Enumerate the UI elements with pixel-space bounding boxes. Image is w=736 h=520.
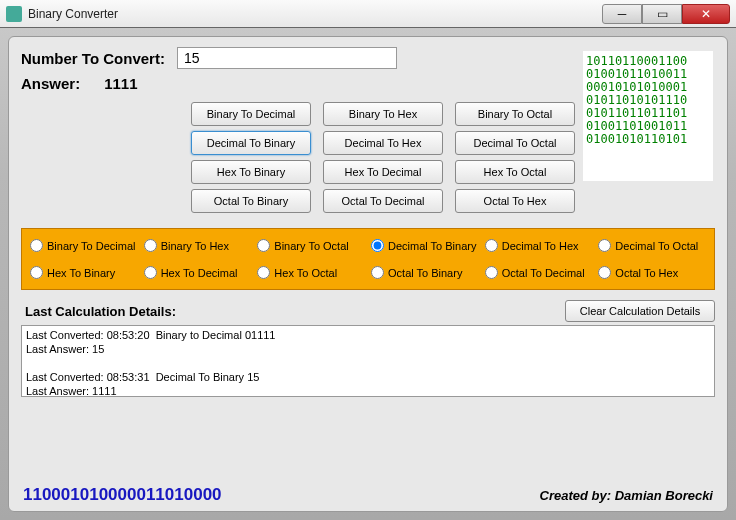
radio-input[interactable] xyxy=(257,266,270,279)
radio-label: Decimal To Binary xyxy=(388,240,476,252)
details-header-label: Last Calculation Details: xyxy=(25,304,176,319)
decimal-to-hex-button[interactable]: Decimal To Hex xyxy=(323,131,443,155)
radio-input[interactable] xyxy=(598,239,611,252)
binary-to-decimal-button[interactable]: Binary To Decimal xyxy=(191,102,311,126)
radio-octal-to-binary[interactable]: Octal To Binary xyxy=(371,266,479,279)
radio-label: Octal To Hex xyxy=(615,267,678,279)
radio-label: Binary To Octal xyxy=(274,240,348,252)
number-input[interactable] xyxy=(177,47,397,69)
answer-value: 1111 xyxy=(104,75,137,92)
binary-art-decoration: 10110110001100 01001011010011 0001010101… xyxy=(583,51,713,181)
radio-label: Binary To Hex xyxy=(161,240,229,252)
maximize-button[interactable]: ▭ xyxy=(642,4,682,24)
radio-hex-to-binary[interactable]: Hex To Binary xyxy=(30,266,138,279)
radio-input[interactable] xyxy=(257,239,270,252)
decimal-to-octal-button[interactable]: Decimal To Octal xyxy=(455,131,575,155)
radio-label: Decimal To Octal xyxy=(615,240,698,252)
footer-binary-text: 110001010000011010000 xyxy=(23,485,222,505)
radio-input[interactable] xyxy=(144,266,157,279)
radio-panel: Binary To DecimalBinary To HexBinary To … xyxy=(21,228,715,290)
binary-to-octal-button[interactable]: Binary To Octal xyxy=(455,102,575,126)
radio-input[interactable] xyxy=(485,266,498,279)
radio-label: Hex To Decimal xyxy=(161,267,238,279)
radio-input[interactable] xyxy=(371,266,384,279)
radio-label: Hex To Octal xyxy=(274,267,337,279)
radio-decimal-to-hex[interactable]: Decimal To Hex xyxy=(485,239,593,252)
radio-decimal-to-octal[interactable]: Decimal To Octal xyxy=(598,239,706,252)
footer-credit: Created by: Damian Borecki xyxy=(540,488,713,503)
octal-to-hex-button[interactable]: Octal To Hex xyxy=(455,189,575,213)
titlebar[interactable]: Binary Converter ─ ▭ ✕ xyxy=(0,0,736,28)
radio-label: Decimal To Hex xyxy=(502,240,579,252)
number-to-convert-label: Number To Convert: xyxy=(21,50,165,67)
radio-input[interactable] xyxy=(485,239,498,252)
app-window: Binary Converter ─ ▭ ✕ Number To Convert… xyxy=(0,0,736,520)
radio-input[interactable] xyxy=(598,266,611,279)
hex-to-octal-button[interactable]: Hex To Octal xyxy=(455,160,575,184)
window-title: Binary Converter xyxy=(28,7,602,21)
hex-to-binary-button[interactable]: Hex To Binary xyxy=(191,160,311,184)
radio-binary-to-octal[interactable]: Binary To Octal xyxy=(257,239,365,252)
binary-to-hex-button[interactable]: Binary To Hex xyxy=(323,102,443,126)
radio-octal-to-decimal[interactable]: Octal To Decimal xyxy=(485,266,593,279)
main-panel: Number To Convert: Answer: 1111 Binary T… xyxy=(8,36,728,512)
client-area: Number To Convert: Answer: 1111 Binary T… xyxy=(0,28,736,520)
calculation-log[interactable]: Last Converted: 08:53:20 Binary to Decim… xyxy=(21,325,715,397)
radio-decimal-to-binary[interactable]: Decimal To Binary xyxy=(371,239,479,252)
octal-to-decimal-button[interactable]: Octal To Decimal xyxy=(323,189,443,213)
close-button[interactable]: ✕ xyxy=(682,4,730,24)
radio-label: Octal To Binary xyxy=(388,267,462,279)
radio-hex-to-octal[interactable]: Hex To Octal xyxy=(257,266,365,279)
app-icon xyxy=(6,6,22,22)
radio-input[interactable] xyxy=(371,239,384,252)
radio-octal-to-hex[interactable]: Octal To Hex xyxy=(598,266,706,279)
radio-hex-to-decimal[interactable]: Hex To Decimal xyxy=(144,266,252,279)
radio-binary-to-decimal[interactable]: Binary To Decimal xyxy=(30,239,138,252)
radio-label: Hex To Binary xyxy=(47,267,115,279)
radio-input[interactable] xyxy=(30,239,43,252)
decimal-to-binary-button[interactable]: Decimal To Binary xyxy=(191,131,311,155)
answer-label: Answer: xyxy=(21,75,80,92)
window-controls: ─ ▭ ✕ xyxy=(602,4,730,24)
radio-input[interactable] xyxy=(30,266,43,279)
clear-details-button[interactable]: Clear Calculation Details xyxy=(565,300,715,322)
octal-to-binary-button[interactable]: Octal To Binary xyxy=(191,189,311,213)
radio-label: Binary To Decimal xyxy=(47,240,135,252)
radio-label: Octal To Decimal xyxy=(502,267,585,279)
hex-to-decimal-button[interactable]: Hex To Decimal xyxy=(323,160,443,184)
radio-input[interactable] xyxy=(144,239,157,252)
radio-binary-to-hex[interactable]: Binary To Hex xyxy=(144,239,252,252)
minimize-button[interactable]: ─ xyxy=(602,4,642,24)
